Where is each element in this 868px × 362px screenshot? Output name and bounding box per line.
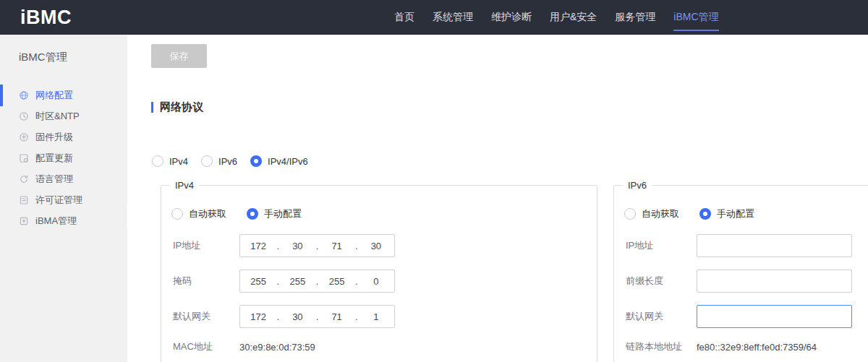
section-header: 网络协议: [151, 100, 203, 114]
ip-octet[interactable]: 0: [358, 276, 394, 287]
ipv4-ip-label: IP地址: [173, 239, 239, 252]
ipv4-gateway-row: 默认网关 172 . 30 . 71 . 1: [173, 305, 597, 328]
top-navbar: iBMC 首页 系统管理 维护诊断 用户&安全 服务管理 iBMC管理: [0, 0, 868, 35]
ipv6-link-local-row: 链路本地地址 fe80::32e9:8eff:fe0d:7359/64: [626, 340, 868, 353]
sidebar-item-label: 网络配置: [35, 89, 73, 102]
ip-octet[interactable]: 71: [319, 241, 355, 251]
config-update-icon: [19, 153, 29, 163]
ipv4-mask-input[interactable]: 255 . 255 . 255 . 0: [239, 270, 395, 293]
ipv6-gateway-row: 默认网关: [626, 305, 868, 328]
sidebar-item-label: 固件升级: [35, 131, 73, 144]
section-title: 网络协议: [160, 100, 203, 114]
ip-octet[interactable]: 255: [319, 276, 355, 287]
ipv4-ip-input[interactable]: 172 . 30 . 71 . 30: [239, 234, 395, 257]
radio-icon-checked[interactable]: [250, 155, 262, 167]
radio-label: 手动配置: [717, 207, 754, 220]
main-content: 保存 网络协议 IPv4 IPv6 IPv4/IPv6 IPv4 自动获取: [127, 35, 868, 362]
ipv6-link-local-label: 链路本地地址: [626, 340, 697, 353]
radio-option-ipv4-manual[interactable]: 手动配置: [247, 207, 302, 220]
protocol-radio-group: IPv4 IPv6 IPv4/IPv6: [152, 155, 308, 167]
sidebar-item-timezone-ntp[interactable]: 时区&NTP: [0, 105, 127, 126]
ipv4-mac-label: MAC地址: [173, 340, 239, 353]
nav-item-user-security[interactable]: 用户&安全: [550, 0, 597, 35]
radio-label: 自动获取: [642, 207, 679, 220]
ip-octet[interactable]: 30: [279, 311, 315, 322]
ipv6-gateway-label: 默认网关: [626, 310, 697, 323]
language-icon: [19, 174, 29, 184]
ipv4-panel-legend: IPv4: [170, 180, 199, 191]
firmware-upgrade-icon: [19, 132, 29, 142]
sidebar-menu: 网络配置 时区&NTP 固件升级 配置更新 语言管理: [0, 85, 127, 231]
ipv4-mask-row: 掩码 255 . 255 . 255 . 0: [173, 270, 597, 293]
ipv6-ip-row: IP地址: [626, 234, 868, 257]
ipv6-prefix-label: 前缀长度: [626, 275, 697, 288]
license-icon: [19, 195, 29, 205]
sidebar-item-label: 配置更新: [35, 152, 73, 165]
sidebar-item-config-update[interactable]: 配置更新: [0, 147, 127, 168]
radio-icon[interactable]: [171, 208, 183, 220]
ipv4-ip-row: IP地址 172 . 30 . 71 . 30: [173, 234, 597, 257]
ip-octet[interactable]: 1: [358, 311, 394, 322]
ip-octet[interactable]: 71: [319, 311, 355, 322]
ipv4-gateway-label: 默认网关: [173, 310, 239, 323]
ipv6-prefix-input[interactable]: [697, 270, 852, 293]
radio-icon-checked[interactable]: [699, 208, 711, 220]
radio-label: IPv4/IPv6: [268, 156, 308, 167]
nav-item-service[interactable]: 服务管理: [615, 0, 655, 35]
save-button[interactable]: 保存: [151, 44, 207, 68]
clock-icon: [19, 111, 29, 121]
ipv4-mask-label: 掩码: [173, 275, 239, 288]
radio-option-ipv4-auto[interactable]: 自动获取: [171, 207, 226, 220]
ip-octet[interactable]: 255: [279, 276, 315, 287]
sidebar-item-firmware-upgrade[interactable]: 固件升级: [0, 126, 127, 147]
sidebar-item-label: iBMA管理: [35, 215, 77, 228]
radio-option-ipv6-auto[interactable]: 自动获取: [624, 207, 679, 220]
sidebar-item-ibma[interactable]: iBMA管理: [0, 210, 127, 231]
sidebar-item-network-config[interactable]: 网络配置: [0, 85, 127, 105]
ip-octet[interactable]: 30: [358, 241, 394, 251]
nav-item-ibmc-management[interactable]: iBMC管理: [673, 0, 718, 35]
ipv4-mode-radio-group: 自动获取 手动配置: [171, 207, 597, 220]
radio-icon[interactable]: [624, 208, 636, 220]
nav-item-system[interactable]: 系统管理: [433, 0, 473, 35]
ipv6-link-local-value: fe80::32e9:8eff:fe0d:7359/64: [697, 342, 817, 353]
radio-icon[interactable]: [201, 155, 213, 167]
radio-option-ipv6-manual[interactable]: 手动配置: [699, 207, 754, 220]
section-accent-bar: [151, 102, 153, 113]
ip-octet[interactable]: 172: [240, 311, 276, 322]
radio-label: 自动获取: [189, 207, 226, 220]
ibmc-logo: iBMC: [20, 7, 72, 29]
globe-icon: [19, 90, 29, 100]
radio-label: 手动配置: [264, 207, 302, 220]
sidebar: iBMC管理 网络配置 时区&NTP 固件升级 配置更新: [0, 35, 127, 362]
radio-option-ipv6[interactable]: IPv6: [201, 155, 237, 167]
ipv6-gateway-input[interactable]: [697, 305, 852, 328]
radio-label: IPv6: [218, 156, 237, 167]
ipv6-prefix-row: 前缀长度: [626, 270, 868, 293]
sidebar-item-language[interactable]: 语言管理: [0, 168, 127, 189]
radio-icon-checked[interactable]: [247, 208, 258, 220]
ipv6-ip-input[interactable]: [697, 234, 852, 257]
sidebar-item-license[interactable]: 许可证管理: [0, 189, 127, 210]
ipv4-mac-row: MAC地址 30:e9:8e:0d:73:59: [173, 340, 597, 353]
sidebar-item-label: 时区&NTP: [35, 110, 80, 123]
ipv6-panel-legend: IPv6: [623, 180, 652, 191]
ipv6-panel: IPv6 自动获取 手动配置 IP地址 前缀长度 默认网关 链路本地地址: [613, 185, 868, 362]
radio-label: IPv4: [169, 156, 188, 167]
radio-icon[interactable]: [152, 155, 163, 167]
ip-octet[interactable]: 172: [240, 241, 276, 251]
nav-item-home[interactable]: 首页: [394, 0, 414, 35]
ip-octet[interactable]: 255: [240, 276, 276, 287]
ipv4-panel: IPv4 自动获取 手动配置 IP地址 172 . 30 . 71 . 30: [161, 185, 597, 362]
ipv4-mac-value: 30:e9:8e:0d:73:59: [239, 342, 315, 353]
sidebar-item-label: 语言管理: [35, 173, 73, 186]
radio-option-ipv4-ipv6[interactable]: IPv4/IPv6: [250, 155, 308, 167]
ipv6-mode-radio-group: 自动获取 手动配置: [624, 207, 868, 220]
radio-option-ipv4[interactable]: IPv4: [152, 155, 188, 167]
sidebar-title: iBMC管理: [0, 35, 127, 64]
ibma-icon: [19, 216, 29, 226]
ipv4-gateway-input[interactable]: 172 . 30 . 71 . 1: [239, 305, 395, 328]
top-nav-menu: 首页 系统管理 维护诊断 用户&安全 服务管理 iBMC管理: [394, 0, 719, 35]
ip-octet[interactable]: 30: [279, 241, 315, 251]
nav-item-maintenance[interactable]: 维护诊断: [491, 0, 532, 35]
